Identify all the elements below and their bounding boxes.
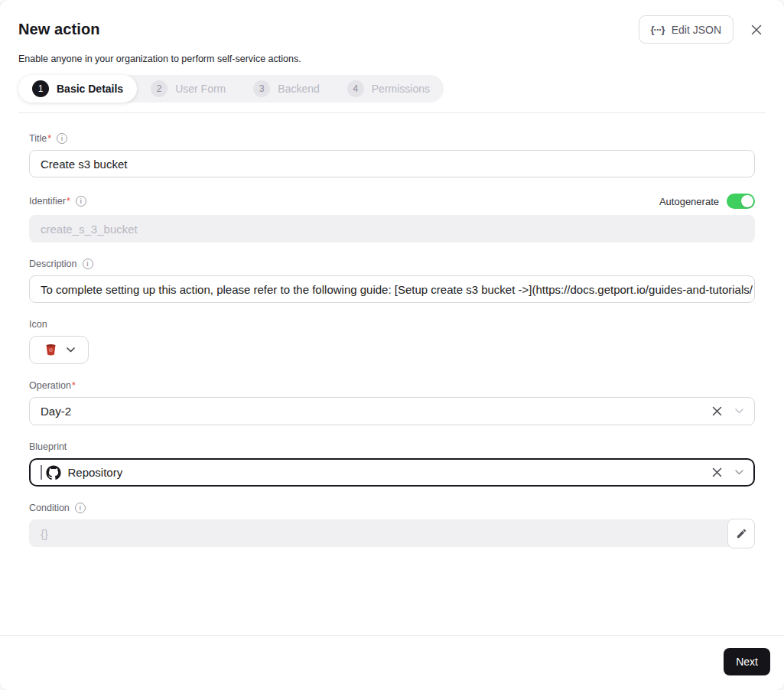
step-number: 4 <box>347 80 364 97</box>
autogenerate-toggle[interactable] <box>727 194 755 209</box>
required-asterisk: * <box>67 196 70 207</box>
github-icon <box>46 465 61 480</box>
clear-icon[interactable] <box>712 467 722 477</box>
blueprint-select[interactable]: Repository <box>29 458 755 487</box>
operation-value: Day-2 <box>41 405 71 418</box>
operation-select[interactable]: Day-2 <box>29 397 755 425</box>
step-label: Backend <box>278 83 319 95</box>
blueprint-value: Repository <box>68 466 123 479</box>
next-button[interactable]: Next <box>724 648 770 675</box>
stepper: 1 Basic Details 2 User Form 3 Backend 4 … <box>18 75 444 103</box>
step-label: Permissions <box>372 83 430 95</box>
chevron-down-icon[interactable] <box>735 470 743 475</box>
icon-dropdown[interactable] <box>29 336 89 364</box>
form-content: Title* i Identifier* i Autogenerate <box>0 113 784 635</box>
text-cursor <box>41 465 42 480</box>
operation-label: Operation* <box>29 380 76 391</box>
title-input[interactable] <box>29 150 755 177</box>
aws-s3-icon <box>44 343 58 357</box>
identifier-input[interactable] <box>29 215 755 242</box>
autogenerate-label: Autogenerate <box>659 196 719 207</box>
condition-label: Condition <box>29 503 70 513</box>
required-asterisk: * <box>47 133 51 144</box>
new-action-modal: New action {···} Edit JSON Enable anyone… <box>0 0 784 690</box>
clear-icon[interactable] <box>712 406 722 416</box>
blueprint-label: Blueprint <box>29 441 67 452</box>
modal-header: New action {···} Edit JSON Enable anyone… <box>0 0 784 113</box>
step-number: 1 <box>32 80 49 97</box>
edit-condition-button[interactable] <box>727 519 755 548</box>
description-label: Description <box>29 259 77 269</box>
info-icon[interactable]: i <box>83 259 93 269</box>
field-operation: Operation* Day-2 <box>29 380 755 425</box>
info-icon[interactable]: i <box>57 133 67 144</box>
field-icon: Icon <box>29 319 755 364</box>
info-icon[interactable]: i <box>76 196 86 207</box>
step-user-form[interactable]: 2 User Form <box>137 75 239 103</box>
step-label: Basic Details <box>57 83 123 95</box>
edit-json-button[interactable]: {···} Edit JSON <box>639 15 734 44</box>
field-identifier: Identifier* i Autogenerate <box>29 194 755 242</box>
required-asterisk: * <box>72 380 76 391</box>
modal-footer: Next <box>0 635 784 690</box>
step-permissions[interactable]: 4 Permissions <box>333 75 444 103</box>
title-label: Title* <box>29 133 51 144</box>
step-number: 3 <box>253 80 270 97</box>
step-basic-details[interactable]: 1 Basic Details <box>18 75 137 103</box>
pencil-icon <box>736 528 747 539</box>
identifier-label: Identifier* <box>29 196 70 207</box>
step-backend[interactable]: 3 Backend <box>239 75 333 103</box>
description-input[interactable] <box>29 275 755 303</box>
condition-input[interactable] <box>29 519 755 547</box>
field-condition: Condition i <box>29 503 755 547</box>
icon-label: Icon <box>29 319 47 330</box>
field-description: Description i <box>29 259 755 303</box>
page-title: New action <box>18 21 100 38</box>
step-label: User Form <box>175 83 226 95</box>
modal-subtitle: Enable anyone in your organization to pe… <box>18 54 766 64</box>
chevron-down-icon[interactable] <box>735 408 743 414</box>
edit-json-label: Edit JSON <box>672 24 721 36</box>
info-icon[interactable]: i <box>75 503 86 513</box>
close-icon <box>750 24 763 36</box>
toggle-knob <box>741 195 753 207</box>
chevron-down-icon[interactable] <box>67 347 75 353</box>
field-blueprint: Blueprint Repository <box>29 441 755 487</box>
field-title: Title* i <box>29 133 755 177</box>
close-button[interactable] <box>747 21 766 39</box>
curly-braces-icon: {···} <box>651 24 665 35</box>
step-number: 2 <box>151 80 168 97</box>
